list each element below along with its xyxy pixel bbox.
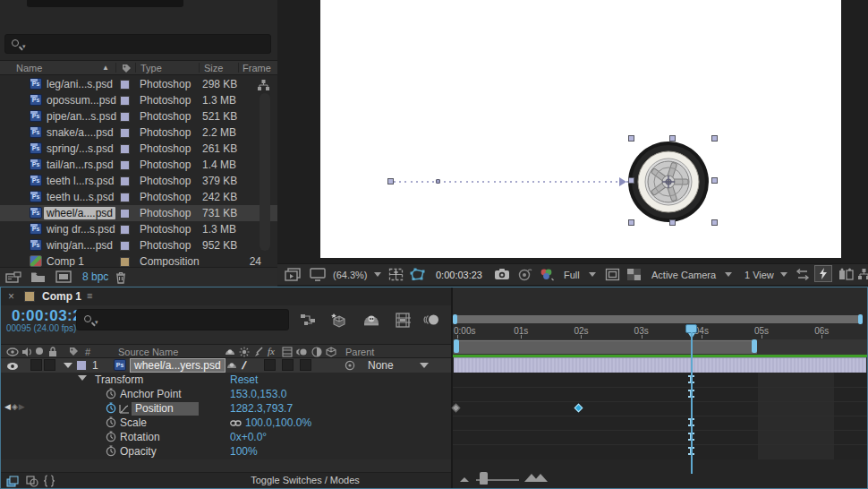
property-value[interactable]: 0x+0.0° bbox=[230, 431, 267, 443]
project-row-footage[interactable]: Psteeth u...s.psdPhotoshop242 KB bbox=[0, 189, 277, 205]
time-navigator-bar[interactable] bbox=[454, 315, 862, 323]
stopwatch-icon[interactable] bbox=[106, 388, 116, 399]
project-column-header[interactable]: Name ▲ Type Size Frame bbox=[0, 60, 277, 75]
always-preview-icon[interactable] bbox=[285, 268, 301, 281]
stopwatch-icon[interactable] bbox=[106, 445, 116, 457]
property-name[interactable]: Scale bbox=[120, 416, 147, 429]
selection-handle[interactable] bbox=[669, 135, 676, 142]
zoom-out-mountain-icon[interactable] bbox=[460, 477, 469, 482]
stopwatch-icon[interactable] bbox=[106, 416, 116, 428]
flowchart-icon[interactable] bbox=[257, 79, 270, 91]
timeline-tab-title[interactable]: Comp 1 bbox=[42, 290, 81, 303]
project-bit-depth[interactable]: 8 bpc bbox=[82, 270, 108, 283]
frame-blending-icon[interactable] bbox=[395, 313, 411, 328]
selection-handle[interactable] bbox=[628, 177, 634, 184]
previous-keyframe-arrow[interactable]: ◀ bbox=[4, 402, 12, 411]
parent-dropdown-value[interactable]: None bbox=[368, 359, 394, 372]
viewer-timecode[interactable]: 0:00:03:23 bbox=[436, 270, 482, 280]
solo-cell[interactable] bbox=[30, 359, 42, 371]
label-color-swatch[interactable] bbox=[120, 193, 130, 202]
camera-view-value[interactable]: Active Camera bbox=[651, 270, 716, 280]
project-scrollbar[interactable] bbox=[260, 93, 270, 251]
selection-handle[interactable] bbox=[669, 219, 676, 226]
property-name[interactable]: Position bbox=[132, 402, 199, 416]
zoom-in-mountain2-icon[interactable] bbox=[533, 474, 548, 482]
project-row-footage[interactable]: Pstail/an...rs.psdPhotoshop1.4 MB bbox=[0, 157, 277, 173]
mini-flowchart-icon[interactable] bbox=[300, 313, 317, 327]
label-color-swatch[interactable] bbox=[120, 144, 130, 154]
label-color-swatch[interactable] bbox=[120, 241, 130, 251]
selection-handle[interactable] bbox=[628, 135, 634, 142]
item-name[interactable]: Comp 1 bbox=[47, 255, 84, 268]
property-row-anchor-point[interactable]: Anchor Point153.0,153.0 bbox=[1, 387, 452, 401]
hide-shy-layers-icon[interactable] bbox=[362, 313, 380, 327]
project-row-footage[interactable]: Pswheel/a....psdPhotoshop731 KB bbox=[0, 205, 277, 221]
property-value[interactable]: 100.0,100.0% bbox=[245, 416, 311, 429]
project-tab-fragment[interactable] bbox=[27, 0, 183, 7]
item-name[interactable]: wing dr...s.psd bbox=[47, 223, 115, 236]
label-color-swatch[interactable] bbox=[120, 257, 130, 267]
draft-3d-icon[interactable] bbox=[330, 313, 348, 328]
expand-inout-icon[interactable] bbox=[44, 475, 55, 487]
keyframe-navigator[interactable]: ◀◈▶ bbox=[4, 402, 26, 411]
navigator-end-handle[interactable] bbox=[858, 314, 863, 324]
item-name[interactable]: spring/...s.psd bbox=[47, 142, 114, 155]
timeline-search-input[interactable]: ▾ bbox=[76, 309, 289, 330]
comp-label-swatch[interactable] bbox=[24, 291, 35, 302]
item-name[interactable]: teeth l...rs.psd bbox=[47, 175, 114, 187]
column-name[interactable]: Name bbox=[16, 63, 42, 73]
column-size[interactable]: Size bbox=[204, 63, 223, 73]
show-snapshot-icon[interactable] bbox=[517, 268, 532, 281]
magnification-caret-icon[interactable] bbox=[374, 272, 381, 277]
column-type[interactable]: Type bbox=[140, 63, 162, 73]
parent-column[interactable]: Parent bbox=[345, 347, 374, 357]
project-row-footage[interactable]: Pspipe/an...s.psdPhotoshop521 KB bbox=[0, 108, 277, 124]
timeline-zoom-control[interactable] bbox=[456, 472, 555, 486]
item-name[interactable]: leg/ani...s.psd bbox=[47, 78, 113, 90]
view-layout-caret-icon[interactable] bbox=[780, 272, 787, 277]
resolution-caret-icon[interactable] bbox=[589, 272, 596, 277]
expand-transfer-controls-icon[interactable] bbox=[26, 476, 38, 487]
source-name-column[interactable]: Source Name bbox=[118, 347, 178, 357]
zoom-slider-thumb[interactable] bbox=[480, 472, 488, 485]
project-row-footage[interactable]: Psleg/ani...s.psdPhotoshop298 KB bbox=[0, 76, 277, 92]
magnification-value[interactable]: (64.3%) bbox=[333, 270, 368, 280]
fast-previews-button[interactable] bbox=[815, 266, 831, 281]
region-of-interest-icon[interactable] bbox=[410, 268, 426, 281]
property-row-scale[interactable]: Scale100.0,100.0% bbox=[1, 416, 452, 430]
stopwatch-icon[interactable] bbox=[106, 431, 116, 442]
interpret-footage-icon[interactable] bbox=[5, 271, 21, 284]
label-color-swatch[interactable] bbox=[120, 80, 130, 90]
main-viewer-icon[interactable] bbox=[310, 268, 326, 281]
trash-icon[interactable] bbox=[115, 270, 127, 284]
close-tab-icon[interactable]: × bbox=[8, 290, 14, 303]
expand-layer-switches-icon[interactable] bbox=[6, 476, 20, 487]
property-value[interactable]: 153.0,153.0 bbox=[230, 388, 286, 400]
layer-shy-toggle[interactable] bbox=[226, 360, 237, 371]
property-row-opacity[interactable]: Opacity100% bbox=[1, 444, 452, 459]
project-row-footage[interactable]: Pssnake/a....psdPhotoshop2.2 MB bbox=[0, 124, 277, 141]
item-name[interactable]: teeth u...s.psd bbox=[47, 191, 114, 203]
add-keyframe-diamond[interactable]: ◈ bbox=[12, 402, 19, 411]
parent-pickwhip-icon[interactable] bbox=[345, 360, 355, 371]
playhead-line[interactable] bbox=[691, 332, 693, 474]
layer-visibility-eye-icon[interactable] bbox=[6, 362, 19, 371]
work-area-bar[interactable] bbox=[454, 340, 757, 354]
label-color-swatch[interactable] bbox=[120, 160, 130, 170]
property-value[interactable]: Reset bbox=[230, 373, 258, 386]
show-channel-icon[interactable] bbox=[539, 268, 555, 281]
property-name[interactable]: Rotation bbox=[120, 431, 160, 443]
timeline-button-icon[interactable] bbox=[838, 268, 854, 281]
layer-quality-toggle[interactable]: / bbox=[241, 359, 248, 372]
transparency-grid-icon[interactable] bbox=[626, 268, 642, 281]
parent-dropdown-caret-icon[interactable] bbox=[420, 363, 429, 368]
project-row-footage[interactable]: Pswing dr...s.psdPhotoshop1.3 MB bbox=[0, 221, 277, 237]
label-color-swatch[interactable] bbox=[120, 225, 130, 235]
selection-handle[interactable] bbox=[711, 177, 718, 184]
roi-button-icon[interactable] bbox=[605, 268, 620, 281]
property-value[interactable]: 1282.3,793.7 bbox=[230, 402, 293, 415]
layer-duration-bar[interactable] bbox=[454, 357, 866, 373]
project-search-input[interactable]: ▾ bbox=[4, 34, 271, 54]
panel-menu-icon[interactable]: ≡ bbox=[87, 290, 92, 301]
label-color-swatch[interactable] bbox=[120, 176, 130, 186]
